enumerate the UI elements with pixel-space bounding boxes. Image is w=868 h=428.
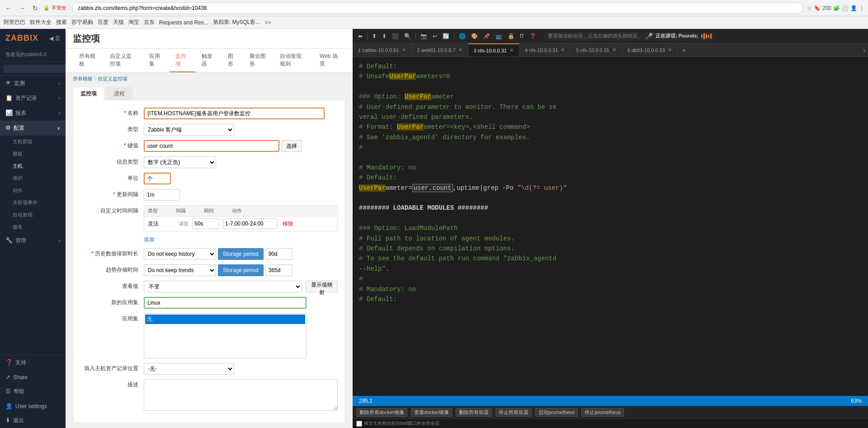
tab-close-3[interactable]: ✕: [509, 47, 514, 53]
form-tab-process[interactable]: 进程: [106, 87, 132, 100]
breadcrumb-templates[interactable]: 所有模板: [73, 75, 93, 82]
tb-undo[interactable]: ↩: [431, 32, 439, 40]
tb-stop[interactable]: ⬛: [390, 32, 401, 40]
bookmark-software[interactable]: 软件大全: [30, 19, 52, 26]
sidebar-item-logout[interactable]: ⬇退出: [0, 413, 66, 428]
interval-input[interactable]: [144, 189, 180, 201]
tb-search[interactable]: 🔍: [402, 32, 413, 40]
key-input[interactable]: [144, 140, 279, 152]
menu-icon[interactable]: ⋮: [859, 5, 864, 11]
form-tab-items[interactable]: 监控项: [73, 87, 104, 100]
sidebar-item-support[interactable]: ❓支持: [0, 355, 66, 370]
nav-tab-items[interactable]: 监控项: [169, 49, 195, 72]
period-input[interactable]: [223, 218, 277, 229]
tab-close-6[interactable]: ✕: [668, 47, 672, 53]
nav-tab-custom[interactable]: 自定义监控项: [104, 49, 143, 72]
extension-icon[interactable]: 🧩: [833, 5, 840, 11]
terminal-tab-1[interactable]: 1 zabbix-10.0.0.81 ✕: [353, 43, 412, 56]
terminal-content[interactable]: # Default: # UnsafeUserParameters=0 ### …: [353, 57, 868, 396]
tb-down[interactable]: ⬇: [380, 32, 388, 40]
tab-close-5[interactable]: ✕: [612, 47, 616, 53]
name-input[interactable]: [144, 108, 325, 119]
nav-tab-aggregate[interactable]: 聚合图形: [243, 49, 274, 72]
sidebar-item-assets[interactable]: 📋资产记录 ›: [0, 91, 66, 106]
collapse-icon[interactable]: ◀: [49, 35, 53, 42]
history-storage-button[interactable]: Storage period: [218, 248, 264, 260]
address-bar[interactable]: [72, 2, 803, 14]
bookmark-search[interactable]: 搜索: [56, 19, 67, 26]
nav-tab-autodiscovery[interactable]: 自动发现规则: [274, 49, 313, 72]
terminal-tab-5[interactable]: 5 nfs-10.0.0.31 ✕: [571, 43, 622, 56]
sidebar-item-actions[interactable]: 动作: [0, 184, 66, 197]
bookmark-mysql[interactable]: 第四章: MySQL客...: [213, 19, 260, 26]
star-icon[interactable]: ☆: [807, 5, 812, 11]
history-select[interactable]: Do not keep history: [144, 248, 216, 260]
app-group-input[interactable]: [144, 297, 307, 309]
btn-view-docker-images[interactable]: 查看docker镜像: [411, 408, 452, 417]
trends-select[interactable]: Do not keep trends: [144, 264, 216, 276]
remove-interval-button[interactable]: 移除: [281, 220, 295, 228]
unit-input[interactable]: [144, 173, 171, 184]
terminal-tab-2[interactable]: 2 web01-10.0.0.7 ✕: [412, 43, 468, 56]
history-days-input[interactable]: [265, 248, 292, 260]
sidebar-item-config[interactable]: ⚙配置 ∨: [0, 121, 66, 136]
trends-days-input[interactable]: [265, 264, 292, 276]
tb-up[interactable]: ⬆: [370, 32, 378, 40]
sidebar-item-help[interactable]: ☰帮助: [0, 384, 66, 399]
bookmark-icon[interactable]: 🔖: [814, 5, 821, 11]
profile-icon[interactable]: 👤: [850, 5, 857, 11]
tab-close-4[interactable]: ✕: [561, 47, 565, 53]
terminal-tab-6[interactable]: 6 db03-10.0.0.53 ✕: [622, 43, 678, 56]
bottom-checkbox[interactable]: [356, 421, 362, 427]
select-button[interactable]: 选择: [281, 140, 302, 152]
tb-help[interactable]: ❓: [528, 32, 538, 40]
type-select[interactable]: Zabbix 客户端: [144, 124, 234, 136]
terminal-tab-4[interactable]: 4 nfs-10.0.0.31 ✕: [519, 43, 571, 56]
tb-pin[interactable]: 📌: [481, 32, 492, 40]
sidebar-item-share[interactable]: ↗Share: [0, 370, 66, 384]
bookmark-baidu[interactable]: 百度: [98, 19, 108, 26]
nav-tab-graphs[interactable]: 图形: [222, 49, 243, 72]
interval-value-input[interactable]: [192, 218, 219, 229]
btn-stop-prometheus[interactable]: 停止prometheus: [581, 408, 624, 417]
bookmark-requests[interactable]: Requests and Res...: [159, 19, 208, 26]
bookmark-suning[interactable]: 苏宁易购: [71, 19, 93, 26]
sidebar-item-host[interactable]: 主机: [0, 160, 66, 172]
sidebar-item-templates[interactable]: 模板: [0, 148, 66, 160]
nav-tab-web[interactable]: Web 场景: [313, 49, 345, 72]
info-type-select[interactable]: 数字 (无正负): [144, 156, 216, 168]
sidebar-item-correlation[interactable]: 关联项事件: [0, 197, 66, 209]
sidebar-item-user-settings[interactable]: 👤User settings: [0, 399, 66, 413]
nav-tab-appgroups[interactable]: 应用集: [143, 49, 169, 72]
sidebar-item-monitoring[interactable]: 👁监测 ›: [0, 76, 66, 91]
menu-toggle-icon[interactable]: ☰: [55, 35, 60, 42]
sidebar-item-hostgroups[interactable]: 主机群组: [0, 136, 66, 148]
tb-color[interactable]: 🎨: [469, 32, 480, 40]
btn-delete-containers[interactable]: 删除所有容器: [456, 408, 492, 417]
trends-storage-button[interactable]: Storage period: [218, 264, 264, 276]
sidebar-item-admin[interactable]: 🔧管理 ›: [0, 233, 66, 248]
add-interval-link[interactable]: 添加: [144, 236, 155, 243]
app-group-list[interactable]: 无: [144, 313, 307, 358]
breadcrumb-custom[interactable]: 自定义监控项: [98, 75, 127, 82]
btn-stop-containers[interactable]: 停止所有容器: [495, 408, 532, 417]
forward-button[interactable]: →: [17, 4, 27, 13]
desc-textarea[interactable]: [144, 379, 338, 411]
sidebar-item-maintenance[interactable]: 维护: [0, 172, 66, 184]
bookmark-tianmao[interactable]: 天猫: [113, 19, 124, 26]
refresh-button[interactable]: ↻: [31, 4, 40, 13]
sidebar-item-reports[interactable]: 📊报表 ›: [0, 106, 66, 121]
bookmarks-more[interactable]: >>: [264, 19, 271, 26]
bookmark-alibaba[interactable]: 阿里巴巴: [4, 19, 25, 26]
tb-lock[interactable]: 🔒: [506, 32, 516, 40]
terminal-tab-3[interactable]: 3 nfs-10.0.0.31 ✕: [468, 43, 519, 56]
sidebar-search-input[interactable]: [4, 65, 66, 73]
nav-tab-triggers[interactable]: 触发器: [195, 49, 222, 72]
tb-screenshot[interactable]: 📷: [419, 32, 429, 40]
bookmark-jd[interactable]: 京东: [144, 19, 155, 26]
tb-info[interactable]: ⁉: [518, 32, 526, 40]
tab-scroll-right[interactable]: ›: [863, 47, 865, 54]
sidebar-item-autodiscover[interactable]: 自动发现: [0, 209, 66, 221]
back-button[interactable]: ←: [4, 4, 14, 13]
tb-refresh[interactable]: 🔄: [441, 32, 451, 40]
